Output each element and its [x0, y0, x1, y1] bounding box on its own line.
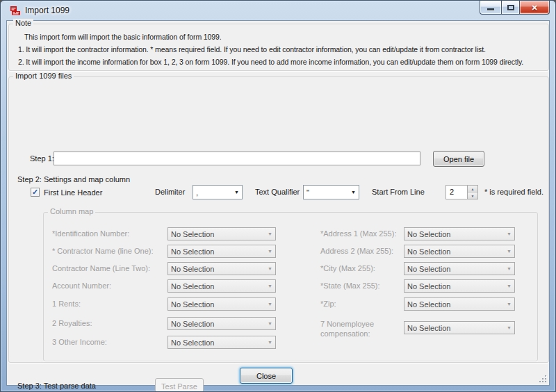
field-label-address1: *Address 1 (Max 255):: [320, 229, 396, 238]
delimiter-select[interactable]: , ▼: [193, 185, 243, 199]
chevron-down-icon: ▼: [504, 249, 514, 254]
field-label-nonemployee-compensation: 7 Nonemployee compensation:: [320, 319, 398, 338]
import-group-title: Import 1099 files: [13, 72, 74, 80]
identification-number-select: No Selection ▼: [167, 227, 276, 240]
note-groupbox: Note This import form will import the ba…: [8, 24, 549, 71]
royalties-select: No Selection ▼: [167, 317, 276, 330]
dialog-client-area: Note This import form will import the ba…: [6, 20, 550, 386]
stepper-buttons: ▲ ▼: [467, 186, 477, 199]
field-label-state: *State (Max 255):: [320, 281, 380, 290]
resize-grip-icon[interactable]: [539, 375, 547, 383]
title-bar[interactable]: Import 1099 ✕: [1, 1, 555, 20]
city-select: No Selection ▼: [404, 262, 515, 275]
chevron-down-icon: ▼: [504, 325, 514, 330]
other-income-select: No Selection ▼: [167, 336, 276, 349]
chevron-down-icon: ▼: [231, 190, 242, 195]
contractor-name-two-select: No Selection ▼: [167, 262, 276, 275]
rents-select: No Selection ▼: [167, 297, 276, 311]
step2-label: Step 2: Settings and map column: [17, 175, 130, 183]
column-map-title: Column map: [48, 207, 95, 215]
chevron-down-icon: ▼: [504, 266, 514, 271]
select-value: No Selection: [404, 247, 504, 256]
chevron-down-icon: ▼: [265, 231, 275, 236]
address1-select: No Selection ▼: [404, 227, 515, 240]
window-title: Import 1099: [25, 6, 70, 15]
maximize-button[interactable]: [501, 1, 519, 15]
select-value: No Selection: [168, 300, 265, 309]
nonemployee-compensation-select: No Selection ▼: [404, 321, 515, 334]
text-qualifier-value: ": [304, 188, 348, 197]
file-path-input[interactable]: [54, 152, 420, 165]
select-value: No Selection: [168, 282, 265, 291]
close-button-label: Close: [256, 372, 276, 380]
first-line-header-checkbox[interactable]: ✓: [31, 188, 40, 197]
text-qualifier-select[interactable]: " ▼: [303, 185, 359, 199]
checkmark-icon: ✓: [32, 188, 38, 196]
select-value: No Selection: [168, 320, 265, 328]
column-map-groupbox: Column map *Identification Number: No Se…: [43, 212, 538, 361]
close-button[interactable]: Close: [240, 368, 293, 384]
select-value: No Selection: [168, 338, 265, 347]
select-value: No Selection: [168, 265, 265, 273]
note-line-0: This import form will import the basic i…: [24, 33, 222, 41]
minimize-button[interactable]: [480, 1, 501, 15]
text-qualifier-label: Text Qualifier: [255, 188, 300, 196]
chevron-down-icon: ▼: [504, 302, 514, 307]
field-label-city: *City (Max 255):: [320, 264, 375, 272]
field-label-royalties: 2 Royalties:: [52, 319, 92, 327]
zip-select: No Selection ▼: [404, 297, 515, 311]
field-label-contractor-name-one: * Contractor Name (line One):: [52, 247, 154, 255]
address2-select: No Selection ▼: [404, 245, 515, 258]
chevron-down-icon: ▼: [348, 190, 359, 195]
window-controls: ✕: [480, 1, 550, 15]
account-number-select: No Selection ▼: [167, 279, 276, 293]
start-from-line-stepper[interactable]: 2 ▲ ▼: [445, 185, 478, 199]
minimize-icon: [487, 8, 494, 10]
chevron-down-icon: ▼: [504, 231, 514, 236]
select-value: No Selection: [404, 324, 504, 332]
chevron-down-icon: ▼: [265, 321, 275, 326]
chevron-down-icon: ▼: [265, 284, 275, 288]
maximize-icon: [507, 5, 514, 10]
note-line-1: 1. It will import the contractor informa…: [18, 45, 486, 54]
field-label-address2: Address 2 (Max 255):: [320, 247, 393, 255]
select-value: No Selection: [404, 265, 504, 273]
open-file-button[interactable]: Open file: [433, 151, 484, 167]
chevron-down-icon: ▼: [265, 340, 275, 345]
contractor-name-one-select: No Selection ▼: [167, 245, 276, 258]
close-icon: ✕: [531, 1, 537, 14]
chevron-down-icon: ▼: [265, 302, 275, 307]
field-label-zip: *Zip:: [320, 300, 336, 308]
field-label-rents: 1 Rents:: [52, 300, 81, 308]
step1-label: Step 1:: [30, 154, 54, 163]
chevron-down-icon: ▼: [265, 249, 275, 254]
up-arrow-icon: ▲: [471, 187, 475, 191]
first-line-header-label: First Line Header: [44, 188, 102, 197]
select-value: No Selection: [404, 282, 504, 291]
field-label-other-income: 3 Other Income:: [52, 338, 107, 346]
field-label-identification-number: *Identification Number:: [52, 229, 129, 238]
select-value: No Selection: [168, 247, 265, 256]
start-from-line-label: Start From Line: [372, 188, 425, 196]
required-field-note: * is required field.: [484, 188, 543, 196]
select-value: No Selection: [168, 230, 265, 238]
state-select: No Selection ▼: [404, 279, 515, 293]
note-line-2: 2. It will import the income information…: [18, 58, 523, 66]
test-parse-button-label: Test Parse: [161, 382, 197, 391]
delimiter-label: Delimiter: [155, 188, 185, 196]
open-file-button-label: Open file: [443, 155, 474, 163]
chevron-down-icon: ▼: [265, 266, 275, 271]
test-parse-button: Test Parse: [155, 378, 204, 392]
start-from-line-value: 2: [446, 186, 467, 199]
close-window-button[interactable]: ✕: [519, 1, 550, 15]
select-value: No Selection: [404, 300, 504, 309]
note-group-title: Note: [13, 19, 33, 27]
field-label-account-number: Account Number:: [52, 281, 111, 290]
import-files-groupbox: Import 1099 files Step 1: Open file Step…: [8, 76, 549, 363]
stepper-down-button[interactable]: ▼: [468, 193, 477, 199]
down-arrow-icon: ▼: [471, 194, 475, 198]
delimiter-value: ,: [193, 188, 231, 197]
select-value: No Selection: [404, 230, 504, 238]
stepper-up-button[interactable]: ▲: [468, 186, 477, 193]
import-1099-dialog: Import 1099 ✕ Note This import form will…: [0, 0, 556, 392]
